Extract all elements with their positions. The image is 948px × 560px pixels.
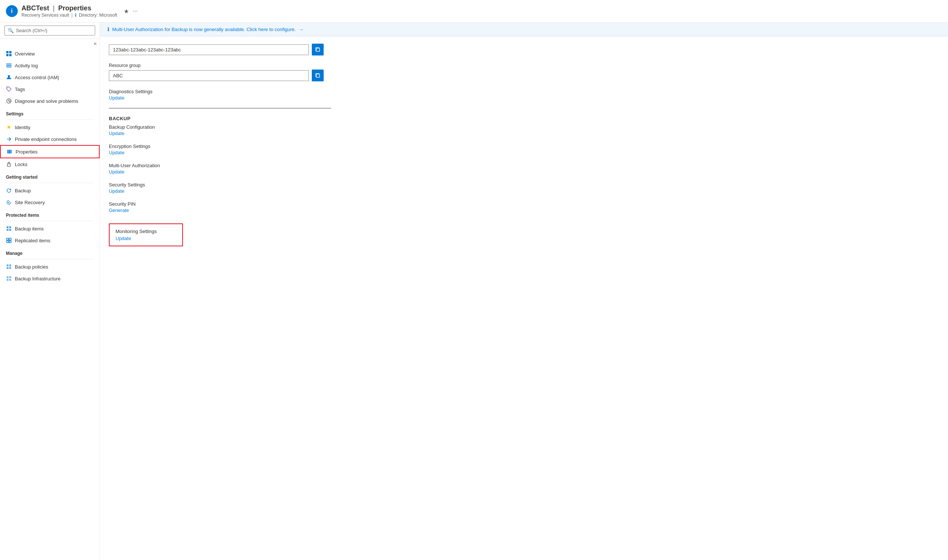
backup-icon: [6, 188, 12, 194]
page-header: i ABCTest | Properties Recovery Services…: [0, 0, 948, 23]
svg-point-8: [8, 88, 8, 88]
resource-group-section: Resource group: [109, 63, 939, 82]
sidebar-item-activity-log[interactable]: Activity log: [0, 60, 100, 71]
svg-rect-5: [6, 65, 11, 66]
overview-label: Overview: [15, 51, 35, 57]
search-icon: 🔍: [8, 28, 14, 33]
replicated-items-icon: [6, 237, 12, 243]
sidebar-item-identity[interactable]: Identity: [0, 122, 100, 133]
favorite-button[interactable]: ★: [124, 8, 129, 15]
locks-icon: [6, 161, 12, 167]
monitoring-settings: Monitoring Settings Update: [109, 223, 183, 246]
locks-label: Locks: [15, 162, 28, 167]
section-divider: [109, 108, 331, 108]
security-pin-label: Security PIN: [109, 201, 939, 207]
copy-resource-group-button[interactable]: [312, 69, 324, 82]
search-input[interactable]: 🔍 Search (Ctrl+/): [5, 26, 95, 35]
section-getting-started: Getting started: [0, 170, 100, 181]
main-content: ℹ Multi-User Authorization for Backup is…: [100, 23, 948, 560]
sidebar-item-locks[interactable]: Locks: [0, 158, 100, 170]
search-bar[interactable]: 🔍 Search (Ctrl+/): [0, 23, 100, 39]
directory-label: Directory: Microsoft: [79, 12, 117, 18]
sidebar-item-access-control[interactable]: Access control (IAM): [0, 71, 100, 83]
properties-content: Resource group Diagnostics Settings Upda…: [100, 36, 948, 254]
section-protected-items: Protected items: [0, 208, 100, 219]
activity-log-icon: [6, 63, 12, 68]
svg-rect-14: [7, 226, 9, 228]
sidebar-collapse-btn[interactable]: «: [0, 39, 100, 48]
backup-infrastructure-label: Backup Infrastructure: [15, 276, 61, 282]
getting-started-divider: [6, 183, 94, 183]
security-settings: Security Settings Update: [109, 182, 939, 194]
backup-config-update-link[interactable]: Update: [109, 131, 939, 136]
backup-infrastructure-icon: [6, 275, 12, 282]
svg-point-7: [8, 75, 10, 77]
sidebar-item-private-endpoint[interactable]: Private endpoint connections: [0, 133, 100, 145]
svg-rect-16: [7, 229, 9, 231]
sidebar-item-backup-items[interactable]: Backup items: [0, 223, 100, 234]
sidebar-item-backup[interactable]: Backup: [0, 185, 100, 196]
svg-rect-18: [7, 238, 9, 240]
search-placeholder: Search (Ctrl+/): [16, 28, 48, 33]
encryption-settings-update-link[interactable]: Update: [109, 150, 939, 155]
multi-user-auth-update-link[interactable]: Update: [109, 169, 939, 175]
sidebar-item-properties[interactable]: Properties: [0, 145, 100, 158]
tags-icon: [6, 86, 12, 92]
vault-type: Recovery Services vault: [22, 12, 69, 18]
diagnostics-update-link[interactable]: Update: [109, 95, 939, 101]
private-endpoint-icon: [6, 136, 12, 142]
backup-policies-icon: [6, 264, 12, 270]
app-icon: i: [6, 5, 18, 17]
svg-rect-1: [9, 51, 11, 53]
svg-rect-19: [9, 238, 11, 240]
encryption-settings-label: Encryption Settings: [109, 143, 939, 149]
sidebar-item-tags[interactable]: Tags: [0, 83, 100, 95]
svg-rect-24: [7, 267, 9, 269]
site-recovery-label: Site Recovery: [15, 200, 45, 205]
resource-id-input[interactable]: [109, 45, 309, 55]
backup-items-label: Backup items: [15, 226, 44, 232]
svg-rect-4: [6, 64, 11, 65]
copy-resource-id-button[interactable]: [312, 44, 324, 55]
sidebar-item-overview[interactable]: Overview: [0, 48, 100, 60]
title-separator: |: [53, 5, 55, 12]
sidebar-item-backup-policies[interactable]: Backup policies: [0, 261, 100, 272]
svg-rect-3: [9, 54, 11, 56]
diagnostics-settings: Diagnostics Settings Update: [109, 89, 939, 101]
sidebar-item-backup-infrastructure[interactable]: Backup Infrastructure: [0, 272, 100, 285]
svg-rect-28: [7, 279, 9, 281]
notification-arrow: →: [299, 27, 304, 32]
section-settings: Settings: [0, 107, 100, 118]
sidebar-item-replicated-items[interactable]: Replicated items: [0, 234, 100, 246]
monitoring-settings-update-link[interactable]: Update: [116, 235, 176, 241]
identity-label: Identity: [15, 125, 30, 130]
settings-divider: [6, 120, 94, 120]
encryption-settings: Encryption Settings Update: [109, 143, 939, 155]
notification-bar[interactable]: ℹ Multi-User Authorization for Backup is…: [100, 23, 948, 36]
notification-text: Multi-User Authorization for Backup is n…: [112, 27, 296, 32]
resource-group-label: Resource group: [109, 63, 939, 68]
access-control-icon: [6, 74, 12, 80]
svg-rect-26: [7, 276, 9, 278]
multi-user-auth-label: Multi-User Authorization: [109, 163, 939, 168]
security-pin-generate-link[interactable]: Generate: [109, 208, 939, 213]
sidebar-item-site-recovery[interactable]: Site Recovery: [0, 196, 100, 208]
security-settings-update-link[interactable]: Update: [109, 188, 939, 194]
activity-log-label: Activity log: [15, 63, 38, 68]
more-options-button[interactable]: ···: [133, 8, 137, 15]
sidebar: 🔍 Search (Ctrl+/) « Overview Activity lo…: [0, 23, 100, 560]
replicated-items-label: Replicated items: [15, 238, 50, 243]
svg-rect-30: [316, 48, 320, 51]
svg-rect-15: [9, 226, 11, 228]
backup-configuration: Backup Configuration Update: [109, 124, 939, 136]
properties-label: Properties: [15, 149, 37, 155]
svg-rect-17: [9, 229, 11, 231]
vault-name: ABCTest: [22, 5, 49, 12]
access-control-label: Access control (IAM): [15, 75, 59, 80]
sidebar-item-diagnose[interactable]: Diagnose and solve problems: [0, 95, 100, 107]
site-recovery-icon: [6, 199, 12, 205]
monitoring-settings-label: Monitoring Settings: [116, 229, 176, 234]
resource-group-input[interactable]: [109, 70, 309, 81]
svg-rect-25: [9, 267, 11, 269]
private-endpoint-label: Private endpoint connections: [15, 137, 77, 142]
